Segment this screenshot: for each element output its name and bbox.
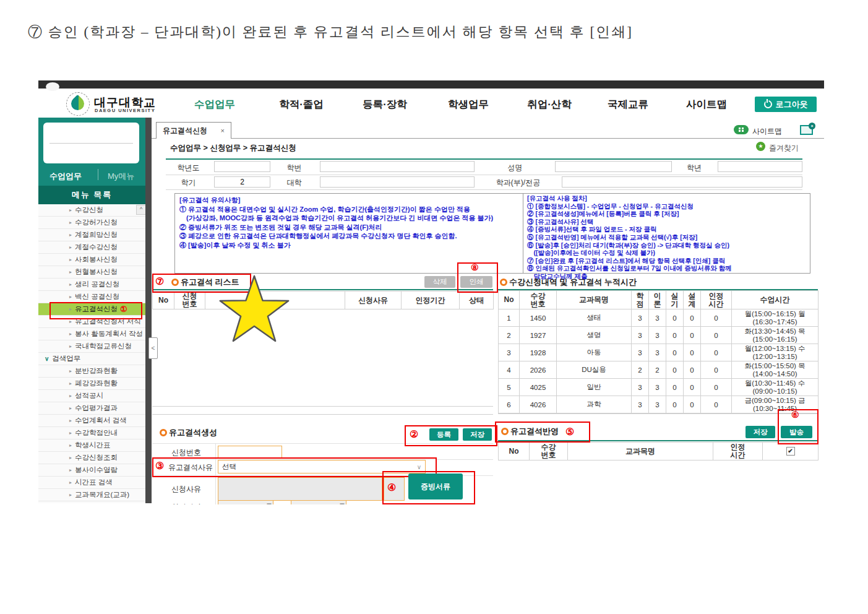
sitemap-icon[interactable] [734,125,749,134]
table-cell: 1 [499,309,520,327]
scroll-up-button[interactable]: ^ [136,205,146,215]
table-row[interactable]: 31928아동33000월(12:00~13:15) 수(12:00~13:15… [499,344,819,361]
sidebar-item-label: 수강학점안내 [75,428,118,438]
studentno-input[interactable] [320,161,475,172]
nav-item-4[interactable]: 취업·산학 [527,98,572,111]
apply-save-button[interactable]: 저장 [746,426,775,438]
arrow-right-icon: ▸ [69,331,72,337]
nav-item-6[interactable]: 사이트맵 [686,98,727,111]
nav-item-2[interactable]: 등록·장학 [363,98,407,111]
sidebar-tab-main[interactable]: 수업업무 [49,171,82,182]
sidebar-item-6[interactable]: ▸생리 공결신청 [38,279,145,291]
apply-no-input[interactable] [218,446,282,458]
sidebar-item-4[interactable]: ▸사회봉사신청 [38,254,145,266]
print-button[interactable]: 인쇄 [460,276,492,288]
divider [166,175,802,175]
nav-item-1[interactable]: 학적·졸업 [279,98,324,111]
column-header: 신청사유 [345,292,402,309]
register-button[interactable]: 등록 [429,428,458,441]
grade-input[interactable] [718,161,802,172]
sidebar-item-17[interactable]: ▸수업계획서 검색 [38,415,145,427]
arrow-right-icon: ▸ [69,467,72,473]
table-row[interactable]: 21927생명33000화(13:30~14:45) 목(15:00~16:15… [499,327,819,344]
apply-table: No수강 번호교과목명인정 시간✔ [498,442,819,460]
sidebar-item-10[interactable]: ▸봉사 활동계획서 작성 [38,328,145,340]
sidebar-item-11[interactable]: ▸국내학점교류신청 [38,340,145,353]
period-start-input[interactable]: ▦ [218,500,273,504]
window-close-icon[interactable]: × [800,125,813,135]
table-cell: 6 [499,396,520,413]
logout-button[interactable]: 로그아웃 [755,97,817,112]
sidebar-item-22[interactable]: ▸시간표 검색 [38,477,145,489]
sidebar-item-16[interactable]: ▸수업평가결과 [38,402,145,415]
sitemap-label[interactable]: 사이트맵 [752,126,782,137]
sidebar-scrollbar[interactable] [145,118,152,503]
column-header: No [153,292,174,309]
period-end-input[interactable]: ▦ [291,500,346,504]
table-row[interactable]: 54025일반33000월(10:30~11:45) 수(09:00~10:15… [499,379,819,396]
sidebar-collapse-button[interactable]: < [148,337,158,359]
table-cell: DU실용 [557,361,632,379]
sidebar-item-1[interactable]: ▸수강허가신청 [38,217,145,229]
attachment-button[interactable]: 증빙서류 [408,473,463,499]
sidebar-item-9[interactable]: ▸유고결석신청서 서식 [38,316,145,328]
table-cell: 0 [701,379,732,396]
year-input[interactable] [214,161,270,172]
sidebar-menu-title: 메뉴 목록 [38,186,145,204]
divider [98,169,98,180]
nav-item-0[interactable]: 수업업무 [194,98,235,111]
sidebar-item-3[interactable]: ▸계절수강신청 [38,241,145,254]
send-button[interactable]: 발송 [781,426,812,438]
sidebar-item-19[interactable]: ▸학생시간표 [38,439,145,452]
major-input[interactable] [562,176,802,188]
nav-item-3[interactable]: 학생업무 [448,98,489,111]
sidebar-item-23[interactable]: ▸교과목개요(교과) [38,489,145,501]
sidebar-tab-mymenu[interactable]: My메뉴 [108,171,134,182]
calendar-icon: ▦ [266,502,272,504]
table-row[interactable]: 64026과학33000금(09:00~10:15) 금(10:30~11:45… [499,396,819,413]
table-cell: 0 [701,344,732,361]
table-cell: 화(15:00~15:50) 목(14:00~14:50) [732,361,819,379]
table-cell: 3 [632,379,649,396]
sidebar-item-8[interactable]: ▸유고결석신청① [38,303,145,316]
table-row[interactable]: 11450생태33000월(15:00~16:15) 월(16:30~17:45… [499,309,819,327]
column-header: No [499,443,530,460]
absence-list-table: No신청 번호신청사유인정기간상태 [152,291,494,309]
nav-item-5[interactable]: 국제교류 [608,98,648,111]
college-input[interactable] [320,176,475,188]
favorite-label[interactable]: 즐겨찾기 [769,143,799,154]
table-cell: 0 [684,327,701,344]
sidebar-item-15[interactable]: ▸성적공시 [38,390,145,402]
sidebar-item-13[interactable]: ▸분반강좌현황 [38,365,145,378]
table-cell: 1928 [520,344,557,361]
sidebar-item-20[interactable]: ▸수강신청조회 [38,452,145,464]
table-cell: 3 [649,327,666,344]
semester-input[interactable] [214,176,270,188]
sidebar-item-2[interactable]: ▸계절희망신청 [38,229,145,241]
tab-absence-apply[interactable]: 유고결석신청 × [156,122,231,139]
logo-leaf-icon [69,95,87,113]
sidebar-item-0[interactable]: ▸수강신청 [38,204,145,217]
apply-reason-textarea[interactable] [218,477,382,501]
column-header: 이 론 [649,291,666,309]
sidebar-item-12[interactable]: ∨검색업무 [38,353,145,365]
sidebar-item-21[interactable]: ▸봉사이수열람 [38,464,145,477]
close-icon[interactable]: × [221,127,225,134]
reason-select[interactable]: 선택 ∨ [218,460,426,473]
sidebar-item-7[interactable]: ▸백신 공결신청 [38,291,145,303]
table-cell: 0 [684,344,701,361]
favorite-star-icon[interactable]: ★ [756,142,765,151]
name-input[interactable] [555,161,672,172]
sidebar-item-14[interactable]: ▸폐강강좌현황 [38,378,145,390]
divider [152,443,493,444]
table-row[interactable]: 42026DU실용22000화(15:00~15:50) 목(14:00~14:… [499,361,819,379]
delete-button[interactable]: 삭제 [424,276,455,288]
create-save-button[interactable]: 저장 [463,428,492,441]
checkbox-checked-icon[interactable]: ✔ [786,447,795,456]
divider [498,413,818,414]
divider [166,189,802,190]
table-cell: 3 [632,327,649,344]
sidebar-item-24[interactable]: ▸취업전직훈련 [38,501,145,503]
sidebar-item-18[interactable]: ▸수강학점안내 [38,427,145,439]
sidebar-item-5[interactable]: ▸헌혈봉사신청 [38,266,145,279]
